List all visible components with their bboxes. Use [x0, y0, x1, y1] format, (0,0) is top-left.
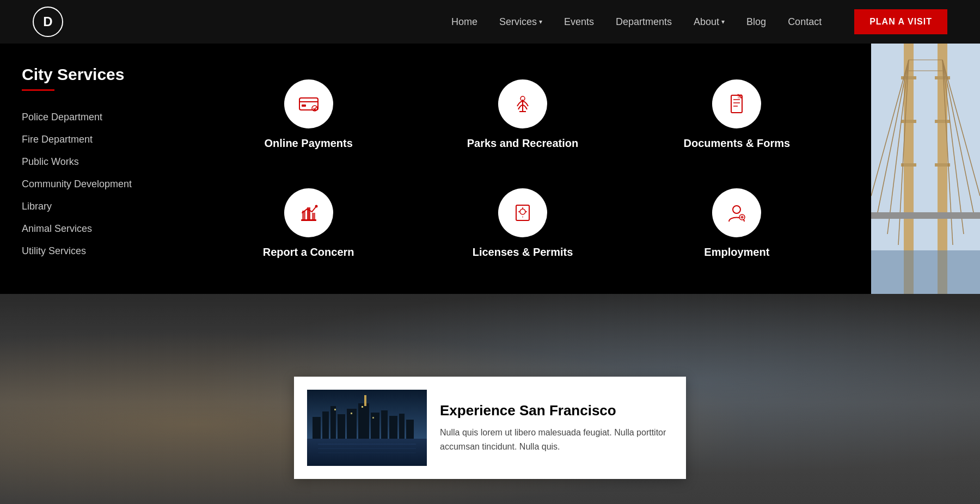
nav-item-services[interactable]: Services ▾: [499, 16, 542, 28]
svg-rect-61: [334, 409, 336, 410]
sidebar-item-public-works[interactable]: Public Works: [22, 151, 158, 173]
hero-thumbnail: [307, 390, 427, 466]
svg-rect-57: [381, 410, 388, 439]
online-payments-icon-circle: [284, 79, 333, 128]
employment-icon: [725, 201, 749, 225]
svg-point-17: [520, 209, 525, 214]
payment-icon: [297, 92, 321, 116]
logo-letter: D: [43, 14, 52, 29]
report-icon-circle: [284, 188, 333, 237]
nav-item-events[interactable]: Events: [564, 16, 594, 28]
sidebar-title: City Services: [22, 65, 158, 84]
sidebar-item-fire[interactable]: Fire Department: [22, 128, 158, 151]
parks-label: Parks and Recreation: [467, 137, 579, 150]
report-icon: [297, 201, 321, 225]
service-report[interactable]: Report a Concern: [263, 188, 354, 259]
service-employment[interactable]: Employment: [704, 188, 769, 259]
sidebar-item-police[interactable]: Police Department: [22, 106, 158, 128]
sidebar-underline: [22, 89, 54, 91]
svg-rect-31: [901, 163, 916, 167]
svg-rect-11: [301, 219, 316, 221]
parks-icon-circle: [498, 79, 547, 128]
sidebar-item-library[interactable]: Library: [22, 195, 158, 218]
svg-rect-60: [406, 420, 414, 439]
nav-item-home[interactable]: Home: [451, 16, 477, 28]
svg-rect-56: [371, 413, 379, 439]
svg-rect-64: [372, 417, 374, 419]
report-label: Report a Concern: [263, 246, 354, 259]
svg-rect-63: [362, 406, 363, 408]
svg-rect-55: [358, 403, 369, 439]
svg-rect-14: [312, 213, 315, 219]
svg-rect-34: [935, 163, 950, 167]
about-chevron-icon: ▾: [721, 18, 725, 26]
bridge-svg: [871, 44, 980, 294]
hero-card: Experience San Francisco Nulla quis lore…: [294, 377, 686, 479]
service-documents[interactable]: Documents & Forms: [684, 79, 791, 150]
nav-links: Home Services ▾ Events Departments About…: [451, 16, 822, 28]
plan-visit-button[interactable]: PLAN A VISIT: [854, 9, 947, 34]
employment-label: Employment: [704, 246, 769, 259]
sidebar-list: Police Department Fire Department Public…: [22, 106, 158, 262]
online-payments-label: Online Payments: [265, 137, 353, 150]
bridge-image-inner: [871, 44, 980, 294]
services-chevron-icon: ▾: [539, 18, 542, 26]
service-licenses[interactable]: Licenses & Permits: [473, 188, 573, 259]
svg-rect-59: [399, 414, 405, 439]
svg-rect-52: [330, 406, 336, 439]
svg-rect-50: [313, 417, 321, 439]
services-grid: Online Payments Parks and Recreation: [174, 44, 871, 294]
sidebar-item-animal[interactable]: Animal Services: [22, 218, 158, 240]
logo[interactable]: D: [33, 7, 63, 37]
parks-icon: [511, 92, 535, 116]
svg-point-15: [315, 205, 317, 207]
licenses-icon: [511, 201, 535, 225]
hero-title: Experience San Francisco: [440, 402, 673, 419]
documents-label: Documents & Forms: [684, 137, 791, 150]
thumbnail-bg-svg: [307, 390, 427, 466]
hero-text: Experience San Francisco Nulla quis lore…: [440, 402, 673, 453]
nav-item-about[interactable]: About ▾: [694, 16, 725, 28]
sidebar-item-community[interactable]: Community Development: [22, 173, 158, 195]
nav-item-contact[interactable]: Contact: [788, 16, 822, 28]
navbar: D Home Services ▾ Events Departments Abo…: [0, 0, 980, 44]
employment-icon-circle: [712, 188, 761, 237]
service-online-payments[interactable]: Online Payments: [265, 79, 353, 150]
sidebar-item-utility[interactable]: Utility Services: [22, 240, 158, 262]
hero-description: Nulla quis lorem ut libero malesuada feu…: [440, 426, 673, 453]
licenses-label: Licenses & Permits: [473, 246, 573, 259]
svg-point-22: [733, 206, 740, 213]
svg-rect-62: [351, 413, 352, 414]
nav-item-blog[interactable]: Blog: [746, 16, 766, 28]
svg-rect-46: [871, 250, 980, 294]
sidebar: City Services Police Department Fire Dep…: [0, 44, 174, 294]
svg-rect-53: [338, 414, 345, 439]
top-section: City Services Police Department Fire Dep…: [0, 44, 980, 294]
hero-section: Experience San Francisco Nulla quis lore…: [0, 294, 980, 504]
svg-rect-2: [302, 105, 306, 107]
svg-rect-58: [389, 416, 397, 439]
svg-rect-49: [307, 439, 427, 466]
svg-rect-33: [935, 120, 950, 123]
bridge-image: [871, 44, 980, 294]
documents-icon-circle: [712, 79, 761, 128]
documents-icon: [725, 92, 749, 116]
service-parks[interactable]: Parks and Recreation: [467, 79, 579, 150]
nav-item-departments[interactable]: Departments: [616, 16, 672, 28]
licenses-icon-circle: [498, 188, 547, 237]
svg-rect-51: [322, 411, 329, 439]
svg-rect-45: [871, 212, 980, 219]
svg-rect-30: [901, 120, 916, 123]
svg-rect-65: [364, 395, 366, 406]
